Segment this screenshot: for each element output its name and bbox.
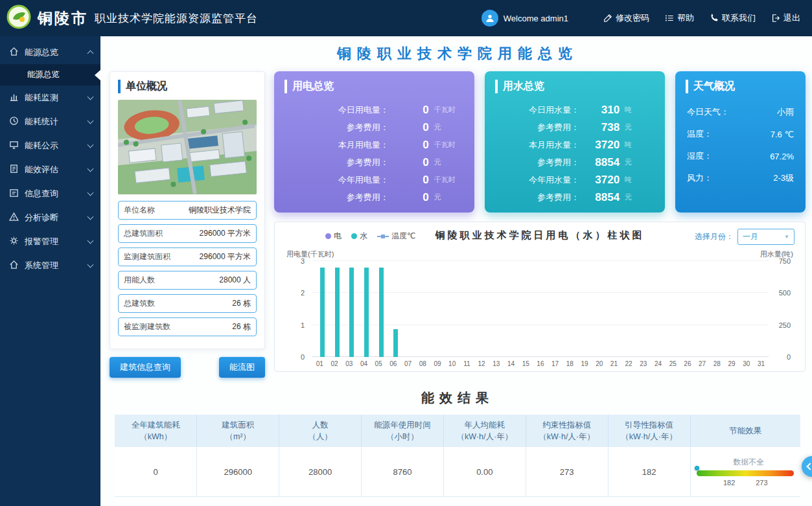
stat-unit: 元 <box>434 157 464 167</box>
effect-low-label: 182 <box>723 479 735 487</box>
legend-electricity[interactable]: 电 <box>325 231 342 242</box>
unit-field-name: 单位名称 铜陵职业技术学院 <box>118 201 257 220</box>
sidebar-item-label: 能耗监测 <box>25 92 58 104</box>
stat-unit: 元 <box>434 122 464 132</box>
logout-icon <box>771 14 780 23</box>
field-value: 28000 人 <box>219 275 251 286</box>
help-button[interactable]: 帮助 <box>665 12 694 24</box>
contact-us-label: 联系我们 <box>722 12 756 24</box>
field-label: 单位名称 <box>124 205 155 216</box>
stat-value: 3720 <box>579 139 625 152</box>
effect-high-label: 273 <box>756 479 767 487</box>
legend-temperature[interactable]: 温度℃ <box>377 231 415 242</box>
sidebar-item-energy-disclosure[interactable]: 能耗公示 <box>0 133 100 157</box>
stat-value: 0 <box>389 104 434 117</box>
col-header-saving-effect: 节能效果 <box>690 415 800 447</box>
month-filter-label: 选择月份： <box>695 231 734 242</box>
stat-unit: 吨 <box>625 175 655 185</box>
clock-icon <box>9 116 19 128</box>
field-value: 26 栋 <box>232 298 251 309</box>
field-label: 监测建筑面积 <box>124 251 170 262</box>
weather-value: 小雨 <box>777 106 794 118</box>
field-label: 用能人数 <box>124 275 155 286</box>
chart-x-axis-labels: 0102030405060708091011121314151617181920… <box>312 360 769 367</box>
warning-icon <box>9 212 19 224</box>
chart-legend: 电 水 温度℃ <box>325 231 415 242</box>
effect-gradient-bar <box>697 470 794 476</box>
sidebar-item-alarm-management[interactable]: 报警管理 <box>0 229 100 253</box>
sidebar-item-energy-overview[interactable]: 能源总览 <box>0 40 100 64</box>
chevron-up-icon <box>87 51 94 57</box>
month-select[interactable]: 一月 ▼ <box>737 229 795 245</box>
user-avatar-icon[interactable] <box>481 10 498 27</box>
sidebar-item-energy-statistics[interactable]: 能耗统计 <box>0 109 100 133</box>
col-header-people: 人数（人） <box>279 415 362 447</box>
stat-value: 0 <box>389 139 434 152</box>
chevron-down-icon <box>87 141 94 148</box>
sidebar-item-system-management[interactable]: 系统管理 <box>0 253 100 277</box>
field-value: 296000 平方米 <box>200 251 251 262</box>
weather-label: 湿度： <box>687 150 712 162</box>
electricity-dot-icon <box>325 233 331 239</box>
weather-label: 风力： <box>687 172 712 184</box>
daily-usage-chart-panel: 电 水 温度℃ 铜陵职业技术学院日用电（水）柱状图 选择月份： 一月 ▼ <box>274 222 806 372</box>
sidebar-item-energy-monitoring[interactable]: 能耗监测 <box>0 86 100 109</box>
unit-panel-title: 单位概况 <box>118 80 257 93</box>
stat-label: 本月用水量： <box>495 139 579 151</box>
col-header-building-area: 建筑面积（m²） <box>197 415 279 447</box>
sidebar-item-efficiency-evaluation[interactable]: 能效评估 <box>0 157 100 181</box>
cell-per-capita: 0.00 <box>443 447 526 497</box>
stat-label: 参考费用： <box>495 157 579 168</box>
chevron-down-icon <box>87 261 94 268</box>
chevron-down-icon <box>87 237 94 244</box>
weather-label: 今日天气： <box>687 106 729 118</box>
energy-flow-diagram-button[interactable]: 能流图 <box>219 357 265 378</box>
contact-us-button[interactable]: 联系我们 <box>710 12 756 24</box>
stat-unit: 千瓦时 <box>434 105 464 115</box>
brand-title: 职业技术学院能源资源监管平台 <box>95 11 258 26</box>
bar-chart-icon <box>9 92 19 104</box>
chevron-down-icon <box>87 93 94 100</box>
cell-binding-index: 273 <box>526 447 608 497</box>
stat-label: 今年用水量： <box>495 174 579 186</box>
chevron-down-icon: ▼ <box>784 234 789 240</box>
field-value: 铜陵职业技术学院 <box>189 205 251 216</box>
col-header-binding-index: 约束性指标值（kW·h/人·年） <box>526 415 608 447</box>
change-password-button[interactable]: 修改密码 <box>603 12 649 24</box>
brand-city: 铜陵市 <box>38 8 88 29</box>
legend-water[interactable]: 水 <box>351 231 367 242</box>
chevron-down-icon <box>87 117 94 124</box>
logout-button[interactable]: 退出 <box>771 12 800 24</box>
chart-bars <box>312 261 769 357</box>
unit-field-buildings: 总建筑数 26 栋 <box>118 294 257 313</box>
brand: 铜陵市 职业技术学院能源资源监管平台 <box>6 5 258 32</box>
unit-overview-panel: 单位概况 <box>110 71 265 349</box>
weather-value: 67.2% <box>770 152 794 161</box>
sidebar-item-label: 报警管理 <box>25 236 58 247</box>
effect-status-text: 数据不全 <box>697 457 794 468</box>
building-info-query-button[interactable]: 建筑信息查询 <box>110 357 181 378</box>
unit-field-monitored-buildings: 被监测建筑数 26 栋 <box>118 317 257 336</box>
sidebar-item-label: 信息查询 <box>25 188 58 200</box>
cell-building-area: 296000 <box>197 447 279 497</box>
stat-label: 参考费用： <box>284 192 389 203</box>
stat-value: 8854 <box>579 156 625 169</box>
home-icon <box>9 47 19 58</box>
cell-guiding-index: 182 <box>608 447 690 497</box>
month-select-value: 一月 <box>743 231 758 242</box>
water-dot-icon <box>351 233 357 239</box>
stat-value: 0 <box>389 191 434 204</box>
savings-effect-widget: 数据不全 182 273 <box>697 457 794 487</box>
logout-label: 退出 <box>783 12 800 24</box>
field-value: 296000 平方米 <box>200 228 251 239</box>
sidebar-item-information-query[interactable]: 信息查询 <box>0 181 100 205</box>
sidebar-item-label: 能耗公示 <box>25 140 58 152</box>
cell-annual-hours: 8760 <box>362 447 444 497</box>
edit-icon <box>603 14 612 23</box>
stat-label: 今日用电量： <box>284 104 389 116</box>
home-icon <box>9 260 19 271</box>
sidebar-item-analysis-diagnosis[interactable]: 分析诊断 <box>0 205 100 229</box>
stat-value: 310 <box>579 104 625 117</box>
sidebar-subitem-energy-overview[interactable]: 能源总览 <box>0 64 100 86</box>
chevron-down-icon <box>87 165 94 172</box>
